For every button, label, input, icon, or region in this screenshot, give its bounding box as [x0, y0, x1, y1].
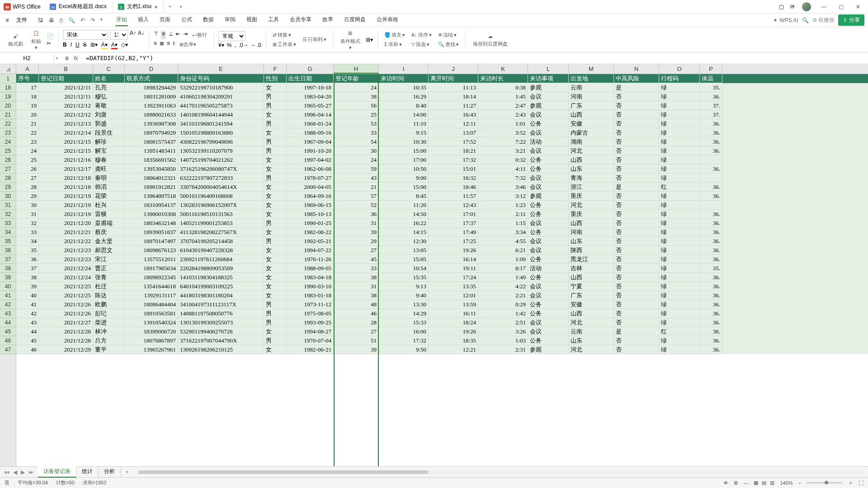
cell[interactable]: 46 [16, 345, 39, 354]
cell[interactable]: 14:29 [379, 309, 429, 318]
cell[interactable]: 公务 [528, 309, 569, 318]
cell[interactable]: 13:07 [429, 128, 478, 137]
cell[interactable]: 43 [16, 318, 39, 327]
zoom-slider[interactable] [807, 482, 843, 483]
cell[interactable]: 24 [334, 83, 379, 92]
cell[interactable]: 2021/12/11 [39, 92, 93, 101]
cell[interactable]: 男 [264, 119, 287, 128]
col-header-J[interactable]: J [429, 64, 478, 74]
row-header[interactable]: 41 [0, 291, 16, 300]
history-icon[interactable]: ⟳ [788, 4, 797, 10]
cell[interactable]: 曹正 [93, 264, 125, 273]
cell[interactable]: 11:13 [429, 83, 478, 92]
cell[interactable]: 36. [700, 336, 722, 345]
cell[interactable]: 16:14 [429, 255, 478, 264]
cell[interactable]: 34 [16, 237, 39, 246]
cell[interactable]: 19 [16, 101, 39, 110]
cell[interactable]: 否 [614, 309, 659, 318]
cell[interactable]: 红 [659, 327, 700, 336]
cell[interactable]: 2021/12/24 [39, 273, 93, 282]
cell[interactable]: 女 [264, 83, 287, 92]
cell[interactable]: 刘唐 [93, 110, 125, 119]
cell[interactable]: 否 [614, 318, 659, 327]
cell[interactable]: 28 [334, 318, 379, 327]
cell[interactable] [700, 201, 722, 210]
row-header[interactable]: 23 [0, 128, 16, 137]
cell[interactable]: 重庆 [569, 210, 614, 219]
cell[interactable]: 59 [334, 164, 379, 174]
cell[interactable]: 女 [264, 264, 287, 273]
cell[interactable]: 18098922345 [125, 273, 178, 282]
cell[interactable]: 否 [614, 192, 659, 201]
cell[interactable]: 否 [614, 219, 659, 228]
cell[interactable]: 是 [614, 83, 659, 92]
cell[interactable]: 13953045850 [125, 164, 178, 174]
row-header[interactable]: 39 [0, 273, 16, 282]
header-cell[interactable]: 序号 [16, 74, 39, 83]
cell[interactable]: 会议 [528, 327, 569, 336]
sheet-next-icon[interactable]: ▶ [19, 469, 26, 475]
cell[interactable]: 绿 [659, 264, 700, 273]
cell[interactable]: 8:45 [379, 192, 429, 201]
cell[interactable]: 绿 [659, 237, 700, 246]
cell[interactable]: 2:43 [478, 110, 528, 119]
cell[interactable]: 25 [16, 155, 39, 164]
sheet-last-icon[interactable]: ⏭ [27, 469, 35, 475]
cell[interactable]: 男 [264, 336, 287, 345]
cell[interactable]: 绿 [659, 110, 700, 119]
row-header[interactable]: 47 [0, 345, 16, 354]
cell[interactable]: 11:27 [429, 101, 478, 110]
indent-right-icon[interactable]: ⇥ [183, 31, 188, 39]
cell[interactable]: 37. [700, 110, 722, 119]
cell[interactable]: 2021/12/26 [39, 300, 93, 309]
hamburger-icon[interactable]: ≡ [4, 17, 11, 24]
cell[interactable]: 18983294429 [125, 83, 178, 92]
cell[interactable]: 16:32 [429, 174, 478, 183]
cell[interactable]: 1992-05-21 [287, 237, 334, 246]
cell[interactable]: 2:11 [478, 210, 528, 219]
cell[interactable]: 女 [264, 201, 287, 210]
italic-icon[interactable]: I [71, 42, 72, 49]
cell[interactable]: 是 [614, 183, 659, 192]
cell[interactable]: 安徽 [569, 119, 614, 128]
cell[interactable]: 1964-09-16 [287, 192, 334, 201]
cell[interactable]: 公务 [528, 255, 569, 264]
cell[interactable]: 15:33 [379, 318, 429, 327]
bold-icon[interactable]: B [63, 42, 67, 49]
cell[interactable]: 57 [334, 192, 379, 201]
sum-button[interactable]: Σ求和▾ [382, 40, 407, 49]
cell[interactable]: 解宝 [93, 146, 125, 155]
cell[interactable]: 1:42 [478, 309, 528, 318]
cell[interactable]: 8:17 [478, 264, 528, 273]
cell[interactable]: 25 [334, 110, 379, 119]
cell[interactable]: 2:47 [478, 101, 528, 110]
cell[interactable]: 20 [16, 110, 39, 119]
cell[interactable]: 36. [700, 228, 722, 237]
cell[interactable]: 否 [614, 237, 659, 246]
menu-tab-合并表格[interactable]: 合并表格 [376, 14, 399, 26]
cell[interactable]: 绿 [659, 291, 700, 300]
cell[interactable]: 8:40 [379, 101, 429, 110]
cell[interactable]: 14:50 [379, 210, 429, 219]
cell[interactable]: 13929131117 [125, 291, 178, 300]
cell[interactable]: 10:50 [379, 164, 429, 174]
cell[interactable]: 否 [614, 210, 659, 219]
row-col-button[interactable]: ☰行和列▾ [301, 35, 328, 44]
cell[interactable]: 17:49 [429, 228, 478, 237]
row-header[interactable]: 32 [0, 210, 16, 219]
cell[interactable]: 会议 [528, 318, 569, 327]
cell[interactable]: 河北 [569, 146, 614, 155]
cell[interactable]: 36. [700, 137, 722, 146]
cell[interactable]: 女 [264, 345, 287, 354]
cell[interactable]: 42 [16, 309, 39, 318]
cell[interactable]: 17:01 [429, 210, 478, 219]
cell[interactable]: 18310954137 [125, 201, 178, 210]
cell[interactable]: 3:34 [478, 228, 528, 237]
cell[interactable]: 活动 [528, 137, 569, 146]
cell[interactable]: 男 [264, 219, 287, 228]
cell[interactable]: 绿 [659, 119, 700, 128]
cell[interactable]: 13:30 [379, 300, 429, 309]
cell[interactable]: 11:57 [429, 192, 478, 201]
cell[interactable]: 36. [700, 318, 722, 327]
cell[interactable]: 陈达 [93, 291, 125, 300]
